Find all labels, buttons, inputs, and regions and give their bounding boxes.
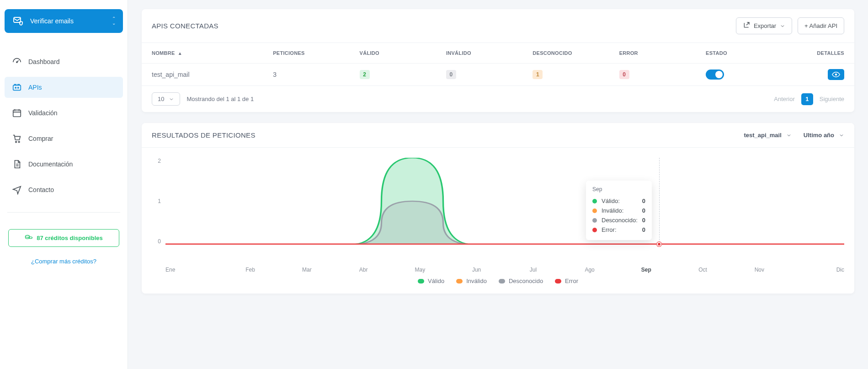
col-status[interactable]: ESTADO <box>706 50 792 56</box>
add-api-label: + Añadir API <box>804 22 837 29</box>
table-header: NOMBRE▲ PETICIONES VÁLIDO INVÁLIDO DESCO… <box>142 43 854 63</box>
export-button[interactable]: Exportar <box>736 17 792 34</box>
main-content: APIS CONECTADAS Exportar + Añadir API NO… <box>128 0 868 369</box>
chart-area: 2 1 0 Sep Válido:0 Inválido:0 Desconocid… <box>152 158 844 263</box>
export-icon <box>743 21 750 30</box>
svg-point-7 <box>18 141 20 143</box>
sidebar-item-label: Dashboard <box>28 58 60 65</box>
svg-point-4 <box>18 87 19 88</box>
verify-emails-button[interactable]: Verificar emails ⌃⌄ <box>5 9 123 33</box>
sidebar-item-comprar[interactable]: Comprar <box>5 128 123 149</box>
col-valid[interactable]: VÁLIDO <box>360 50 446 56</box>
page-size-select[interactable]: 10 <box>152 92 180 106</box>
sidebar-item-documentacion[interactable]: Documentación <box>5 154 123 175</box>
svg-rect-5 <box>13 110 21 117</box>
x-tick: May <box>392 267 448 273</box>
x-tick: Abr <box>335 267 392 273</box>
chevron-updown-icon: ⌃⌄ <box>112 17 116 25</box>
cart-icon <box>12 134 22 144</box>
results-card-header: RESULTADOS DE PETICIONES test_api_mail U… <box>142 123 854 148</box>
col-details[interactable]: DETALLES <box>792 50 844 56</box>
sidebar-item-label: Documentación <box>28 160 73 168</box>
col-name[interactable]: NOMBRE▲ <box>152 50 273 56</box>
y-tick: 1 <box>158 198 161 204</box>
document-icon <box>12 159 22 169</box>
tt-unknown-val: 0 <box>642 217 645 224</box>
showing-text: Mostrando del 1 al 1 de 1 <box>186 96 254 102</box>
y-tick: 2 <box>158 158 161 164</box>
x-tick: Nov <box>731 267 788 273</box>
tt-unknown-label: Desconocido: <box>602 217 638 224</box>
chart-tooltip: Sep Válido:0 Inválido:0 Desconocido:0 Er… <box>586 181 652 240</box>
sidebar-item-apis[interactable]: APIs <box>5 77 123 98</box>
svg-point-6 <box>16 141 17 143</box>
view-details-button[interactable] <box>828 69 844 80</box>
x-tick: Ene <box>165 267 222 273</box>
api-filter-select[interactable]: test_api_mail <box>744 132 791 139</box>
legend-valid[interactable]: Válido <box>418 278 444 284</box>
col-unknown[interactable]: DESCONOCIDO <box>533 50 619 56</box>
current-page[interactable]: 1 <box>801 93 813 105</box>
prev-page[interactable]: Anterior <box>774 96 795 102</box>
chart-svg <box>165 158 844 245</box>
apis-card-title: APIS CONECTADAS <box>152 22 218 30</box>
buy-more-credits-link[interactable]: ¿Comprar más créditos? <box>5 258 123 265</box>
range-filter-label: Ultimo año <box>804 132 834 139</box>
sidebar-item-contacto[interactable]: Contacto <box>5 179 123 200</box>
sort-asc-icon: ▲ <box>178 51 182 56</box>
x-tick: Dic <box>788 267 844 273</box>
cell-error: 0 <box>619 70 706 79</box>
api-icon <box>12 82 22 92</box>
x-tick: Oct <box>675 267 731 273</box>
divider <box>7 212 120 213</box>
api-filter-label: test_api_mail <box>744 132 781 139</box>
chevron-down-icon <box>169 96 174 102</box>
results-card-title: RESULTADOS DE PETICIONES <box>152 131 256 139</box>
cell-details <box>792 69 844 80</box>
hover-marker <box>657 242 661 246</box>
sidebar-item-label: Comprar <box>28 135 53 142</box>
send-icon <box>12 185 22 195</box>
sidebar-item-label: APIs <box>28 84 42 91</box>
tt-valid-val: 0 <box>642 198 645 204</box>
col-requests[interactable]: PETICIONES <box>273 50 359 56</box>
chevron-down-icon <box>780 23 785 29</box>
cell-unknown: 1 <box>533 70 619 79</box>
sidebar-item-validacion[interactable]: Validación <box>5 102 123 123</box>
verify-emails-label: Verificar emails <box>30 17 74 25</box>
add-api-button[interactable]: + Añadir API <box>798 17 844 34</box>
sidebar-item-label: Contacto <box>28 186 54 193</box>
x-axis: EneFebMarAbrMayJunJulAgoSepOctNovDic <box>165 267 844 273</box>
sidebar-item-dashboard[interactable]: Dashboard <box>5 51 123 72</box>
col-invalid[interactable]: INVÁLIDO <box>446 50 533 56</box>
cell-name: test_api_mail <box>152 71 273 78</box>
chart-container: 2 1 0 Sep Válido:0 Inválido:0 Desconocid… <box>142 148 854 294</box>
cell-valid: 2 <box>360 70 446 79</box>
range-filter-select[interactable]: Ultimo año <box>804 132 844 139</box>
x-tick: Mar <box>279 267 335 273</box>
col-error[interactable]: ERROR <box>619 50 706 56</box>
page-size-value: 10 <box>158 96 164 102</box>
tt-error-val: 0 <box>642 226 645 233</box>
next-page[interactable]: Siguiente <box>820 96 844 102</box>
svg-rect-2 <box>13 85 21 90</box>
tt-valid-label: Válido: <box>602 198 620 204</box>
cell-requests: 3 <box>273 71 359 78</box>
results-card: RESULTADOS DE PETICIONES test_api_mail U… <box>142 123 854 294</box>
credits-badge[interactable]: 87 créditos disponibles <box>8 229 119 247</box>
legend-invalid[interactable]: Inválido <box>456 278 487 284</box>
svg-point-10 <box>835 74 837 76</box>
eye-icon <box>832 71 840 78</box>
apis-card: APIS CONECTADAS Exportar + Añadir API NO… <box>142 9 854 112</box>
chevron-down-icon <box>839 133 844 138</box>
gauge-icon <box>12 57 22 67</box>
tooltip-month: Sep <box>592 186 645 193</box>
table-footer: 10 Mostrando del 1 al 1 de 1 Anterior 1 … <box>142 86 854 112</box>
chart-plot[interactable]: Sep Válido:0 Inválido:0 Desconocido:0 Er… <box>165 158 844 263</box>
hover-guideline <box>659 158 660 245</box>
status-toggle[interactable] <box>706 70 724 80</box>
export-label: Exportar <box>754 22 776 29</box>
invalid-badge: 0 <box>446 70 456 79</box>
legend-error[interactable]: Error <box>555 278 578 284</box>
legend-unknown[interactable]: Desconocido <box>499 278 543 284</box>
